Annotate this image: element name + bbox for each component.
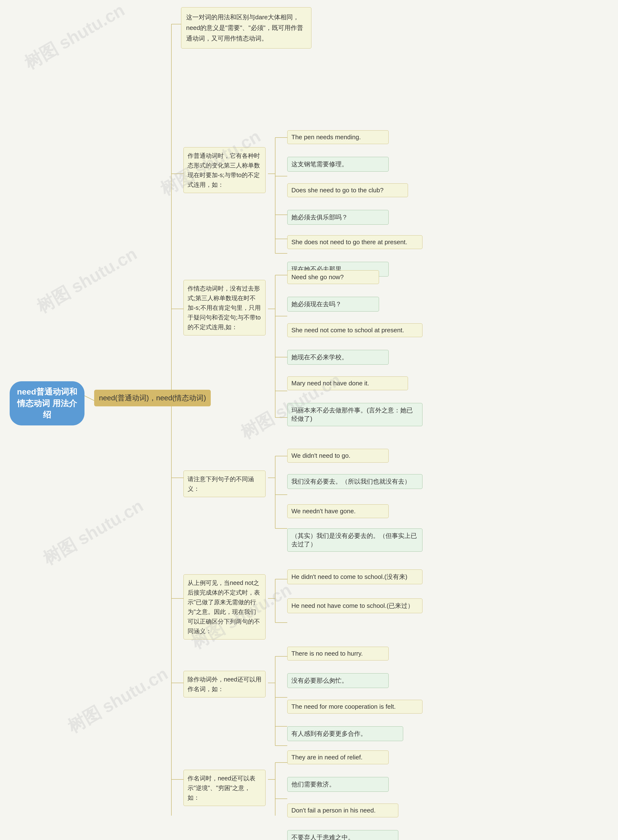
section-analysis-text: 从上例可见，当need not之后接完成体的不定式时，表示"已做了原来无需做的行… <box>187 579 260 634</box>
example-fail-person-en: Don't fail a person in his need. <box>287 804 398 817</box>
example-neednt-have-en: We needn't have gone. <box>287 504 389 518</box>
example-relief-cn: 他们需要救济。 <box>287 777 389 792</box>
section-distinction-text: 请注意下列句子的不同涵义： <box>187 476 254 492</box>
example-didnt-need-cn: 我们没有必要去。（所以我们也就没有去） <box>287 474 422 489</box>
section-noun1-text: 除作动词外，need还可以用作名词，如： <box>187 676 261 692</box>
example-present-en: She does not need to go there at present… <box>287 235 422 249</box>
example-cooperation-en: The need for more cooperation is felt. <box>287 700 422 714</box>
central-label: need普通动词和情态动词 用法介绍 <box>17 387 77 419</box>
example-no-need-en: There is no need to hurry. <box>287 647 389 661</box>
section-ordinary-text: 作普通动词时，它有各种时态形式的变化第三人称单数现在时要加-s;与带to的不定式… <box>187 152 260 188</box>
section-noun2-label: 作名词时，need还可以表示"逆境"、"穷困"之意，如： <box>183 770 266 806</box>
example-mary-en: Mary need not have done it. <box>287 376 408 390</box>
second-node: need(普通动词)，need(情态动词) <box>94 390 211 406</box>
example-school-en: She need not come to school at present. <box>287 323 422 337</box>
section-modal-label: 作情态动词时，没有过去形式;第三人称单数现在时不加-s;不用在肯定句里，只用于疑… <box>183 280 266 335</box>
central-node: need普通动词和情态动词 用法介绍 <box>10 381 85 425</box>
example-neednt-have-cn: （其实）我们是没有必要去的。（但事实上已去过了） <box>287 529 422 552</box>
example-analysis-1: He didn't need to come to school.(没有来) <box>287 569 422 584</box>
example-club-en: Does she need to go to the club? <box>287 184 408 197</box>
section-noun1-label: 除作动词外，need还可以用作名词，如： <box>183 671 266 698</box>
example-didnt-need-en: We didn't need to go. <box>287 449 389 462</box>
svg-line-0 <box>85 396 94 401</box>
example-fail-person-cn: 不要弃人于患难之中。 <box>287 830 398 840</box>
section-noun2-text: 作名词时，need还可以表示"逆境"、"穷困"之意，如： <box>187 775 256 801</box>
example-school-cn: 她现在不必来学校。 <box>287 350 389 364</box>
example-mary-cn: 玛丽本来不必去做那件事。(言外之意：她已经做了) <box>287 403 422 426</box>
example-analysis-2: He need not have come to school.(已来过） <box>287 599 422 613</box>
section-distinction-label: 请注意下列句子的不同涵义： <box>183 471 266 497</box>
second-label: need(普通动词)，need(情态动词) <box>99 394 206 402</box>
mind-map: 树图 shutu.cn 树图 shutu.cn 树图 shutu.cn 树图 s… <box>0 0 618 840</box>
example-no-need-cn: 没有必要那么匆忙。 <box>287 673 389 688</box>
section-modal-text: 作情态动词时，没有过去形式;第三人称单数现在时不加-s;不用在肯定句里，只用于疑… <box>187 285 261 330</box>
example-club-cn: 她必须去俱乐部吗？ <box>287 210 389 225</box>
example-pen-mending-en: The pen needs mending. <box>287 130 389 144</box>
section-ordinary-label: 作普通动词时，它有各种时态形式的变化第三人称单数现在时要加-s;与带to的不定式… <box>183 147 266 193</box>
example-need-go-en: Need she go now? <box>287 270 379 284</box>
intro-text: 这一对词的用法和区别与dare大体相同，need的意义是"需要"、"必须"，既可… <box>186 13 303 42</box>
example-need-go-cn: 她必须现在去吗？ <box>287 297 379 311</box>
example-cooperation-cn: 有人感到有必要更多合作。 <box>287 726 403 741</box>
section-analysis-label: 从上例可见，当need not之后接完成体的不定式时，表示"已做了原来无需做的行… <box>183 574 266 640</box>
example-pen-mending-cn: 这支钢笔需要修理。 <box>287 157 389 172</box>
example-relief-en: They are in need of relief. <box>287 751 389 764</box>
intro-box: 这一对词的用法和区别与dare大体相同，need的意义是"需要"、"必须"，既可… <box>181 7 311 49</box>
